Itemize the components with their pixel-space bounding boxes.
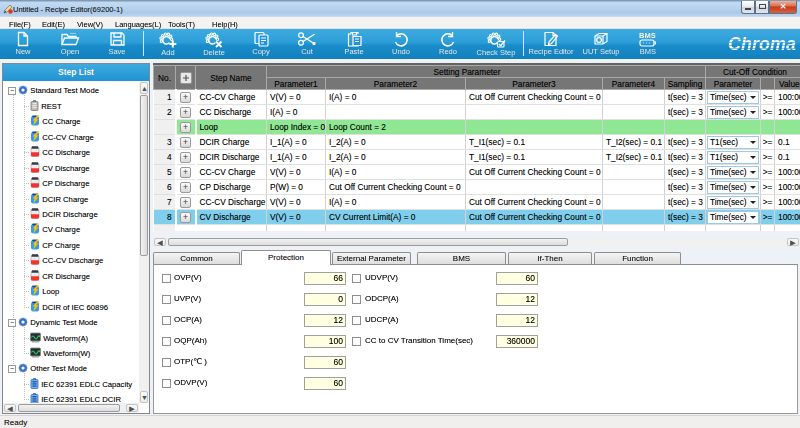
svg-text:BMS: BMS	[639, 31, 656, 40]
